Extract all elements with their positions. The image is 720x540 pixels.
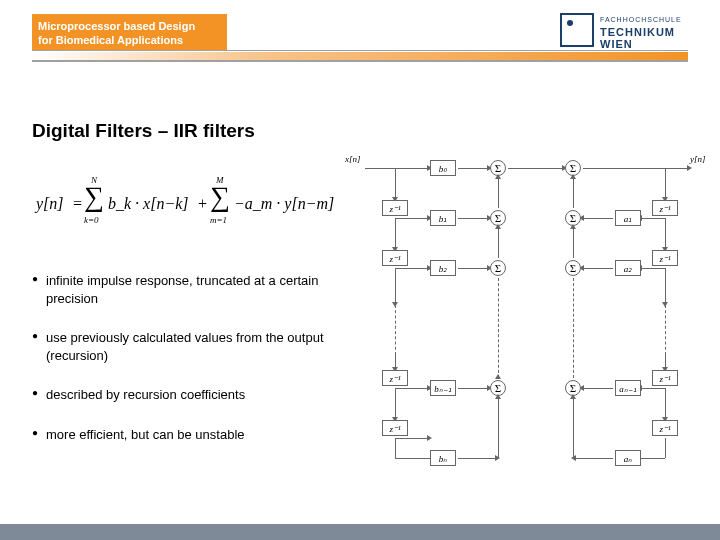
wire — [395, 438, 428, 439]
formula-term2: −a_m · y[n−m] — [234, 195, 334, 213]
wire — [665, 168, 666, 198]
wire — [395, 355, 396, 368]
wire-dashed — [395, 305, 396, 355]
wire — [583, 168, 688, 169]
wire — [395, 458, 430, 459]
delay-box: z⁻¹ — [382, 370, 408, 386]
wire — [365, 168, 428, 169]
technikum-wien-logo: FACHHOCHSCHULE TECHNIKUM WIEN — [560, 10, 690, 50]
wire — [641, 268, 665, 269]
formula-term1: b_k · x[n−k] — [108, 195, 189, 213]
formula-lhs: y[n] — [36, 195, 64, 213]
logo-line2: TECHNIKUM WIEN — [600, 26, 690, 50]
sigma2-icon: ∑ — [210, 181, 230, 213]
coef-an-box: aₙ — [615, 450, 641, 466]
course-title-bar: Microprocessor based Design for Biomedic… — [32, 14, 227, 50]
wire-dashed — [498, 278, 499, 378]
wire — [583, 268, 613, 269]
sigma1-icon: ∑ — [84, 181, 104, 213]
wire — [665, 355, 666, 368]
list-item: infinite impulse response, truncated at … — [32, 272, 332, 307]
coef-a2-box: a₂ — [615, 260, 641, 276]
coef-a1-box: a₁ — [615, 210, 641, 226]
wire — [395, 438, 396, 458]
course-title-line1: Microprocessor based Design — [32, 14, 227, 33]
list-item: described by recursion coefficients — [32, 386, 332, 404]
delay-box: z⁻¹ — [652, 370, 678, 386]
wire — [458, 458, 496, 459]
iir-formula: y[n] = ∑ N k=0 b_k · x[n−k] + ∑ M m=1 −a… — [30, 175, 320, 235]
wire — [665, 218, 666, 248]
page-title: Digital Filters – IIR filters — [32, 120, 255, 142]
delay-box: z⁻¹ — [652, 200, 678, 216]
wire — [573, 228, 574, 258]
formula-eq: = — [72, 195, 83, 213]
slide-footer-bar — [0, 524, 720, 540]
wire — [508, 168, 563, 169]
delay-box: z⁻¹ — [382, 420, 408, 436]
wire — [641, 388, 665, 389]
wire — [395, 268, 396, 303]
wire-dashed — [665, 305, 666, 355]
coef-bn-box: bₙ — [430, 450, 456, 466]
bullet-list: infinite impulse response, truncated at … — [32, 272, 332, 465]
wire — [583, 218, 613, 219]
sum2-upper: M — [216, 175, 224, 185]
wire — [641, 218, 665, 219]
delay-box: z⁻¹ — [652, 250, 678, 266]
wire — [395, 168, 396, 198]
coef-b1-box: b₁ — [430, 210, 456, 226]
logo-line1: FACHHOCHSCHULE — [600, 16, 682, 23]
wire — [575, 458, 613, 459]
coef-bn1-box: bₙ₋₁ — [430, 380, 456, 396]
wire — [665, 438, 666, 458]
coef-b2-box: b₂ — [430, 260, 456, 276]
coef-an1-box: aₙ₋₁ — [615, 380, 641, 396]
wire — [458, 218, 488, 219]
coef-b0-box: b₀ — [430, 160, 456, 176]
sum2-lower: m=1 — [210, 215, 227, 225]
sum-node: Σ — [565, 260, 581, 276]
iir-block-diagram: x[n] y[n] b₀ Σ Σ z⁻¹ z⁻¹ z⁻¹ z⁻¹ b₁ Σ b₂… — [340, 150, 710, 480]
header-rule-thick — [32, 60, 688, 62]
wire — [395, 218, 396, 248]
wire — [395, 218, 428, 219]
input-label: x[n] — [345, 154, 361, 164]
course-title-line2: for Biomedical Applications — [32, 33, 227, 47]
wire — [458, 388, 488, 389]
slide-header: Microprocessor based Design for Biomedic… — [0, 0, 720, 60]
wire — [665, 388, 666, 418]
wire — [395, 388, 428, 389]
output-label: y[n] — [690, 154, 706, 164]
wire — [583, 388, 613, 389]
wire — [498, 398, 499, 458]
wire — [395, 388, 396, 418]
list-item: use previously calculated values from th… — [32, 329, 332, 364]
list-item: more efficient, but can be unstable — [32, 426, 332, 444]
sum-node: Σ — [490, 260, 506, 276]
delay-box: z⁻¹ — [382, 250, 408, 266]
logo-icon — [560, 13, 594, 47]
sum1-upper: N — [91, 175, 97, 185]
wire — [573, 178, 574, 208]
header-gradient — [32, 52, 688, 60]
header-rule-thin — [32, 50, 688, 51]
sum1-lower: k=0 — [84, 215, 99, 225]
wire — [498, 178, 499, 208]
wire — [573, 398, 574, 458]
delay-box: z⁻¹ — [382, 200, 408, 216]
formula-plus: + — [198, 195, 207, 213]
wire — [395, 268, 428, 269]
wire — [458, 268, 488, 269]
wire — [641, 458, 665, 459]
wire — [665, 268, 666, 303]
wire — [498, 228, 499, 258]
wire — [458, 168, 488, 169]
wire-dashed — [573, 278, 574, 378]
delay-box: z⁻¹ — [652, 420, 678, 436]
slide: Microprocessor based Design for Biomedic… — [0, 0, 720, 540]
